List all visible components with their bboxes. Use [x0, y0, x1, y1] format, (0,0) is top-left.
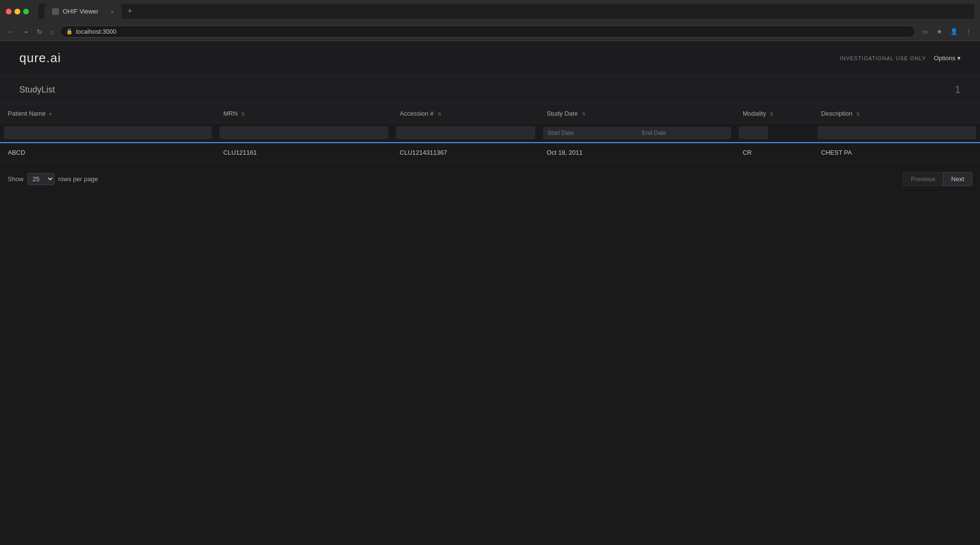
address-bar[interactable]: 🔒 localhost:3000 [60, 26, 915, 38]
cell-mrn: CLU121161 [216, 143, 392, 162]
rows-per-page-control: Show 10 25 50 100 rows per page [8, 173, 98, 185]
col-label-patient-name: Patient Name [8, 110, 46, 117]
filter-row [0, 123, 980, 143]
rows-per-page-select[interactable]: 10 25 50 100 [27, 173, 54, 185]
col-label-mrn: MRN [223, 110, 238, 117]
cell-description: CHEST PA [814, 143, 980, 162]
sort-icon-description: ⇅ [856, 111, 860, 117]
lock-icon: 🔒 [66, 28, 73, 35]
browser-chrome: OHIF Viewer × + ← → ↻ ⌂ 🔒 localhost:3000… [0, 0, 980, 41]
next-button[interactable]: Next [943, 172, 972, 186]
filter-input-modality[interactable] [739, 126, 768, 139]
app-container: qure.ai INVESTIGATIONAL USE ONLY Options… [0, 41, 980, 543]
filter-input-accession[interactable] [396, 126, 535, 139]
studylist-count: 1 [955, 83, 961, 96]
cell-study-date: Oct 18, 2011 [539, 143, 735, 162]
col-label-study-date: Study Date [547, 110, 578, 117]
study-table: Patient Name ▾ MRN ⇅ Accession # ⇅ Stu [0, 104, 980, 162]
filter-input-description[interactable] [817, 126, 976, 139]
col-header-study-date[interactable]: Study Date ⇅ [539, 104, 735, 123]
table-row[interactable]: ABCDCLU121161CLU1214311367Oct 18, 2011CR… [0, 143, 980, 162]
cell-accession: CLU1214311367 [392, 143, 539, 162]
rows-per-page-label: rows per page [58, 175, 98, 183]
cell-modality: CR [735, 143, 814, 162]
tab-title: OHIF Viewer [63, 8, 98, 15]
options-label: Options [934, 54, 955, 62]
minimize-button[interactable] [14, 9, 20, 14]
url-text: localhost:3000 [76, 28, 116, 35]
pagination-bar: Show 10 25 50 100 rows per page Previous… [0, 166, 980, 192]
table-header-row: Patient Name ▾ MRN ⇅ Accession # ⇅ Stu [0, 104, 980, 123]
titlebar: OHIF Viewer × + [0, 0, 980, 23]
bookmark-icon[interactable]: ★ [934, 26, 945, 38]
sort-icon-patient-name: ▾ [49, 111, 52, 117]
col-label-modality: Modality [743, 110, 766, 117]
filter-cell-accession [392, 123, 539, 143]
tab-close-icon[interactable]: × [111, 9, 114, 14]
options-button[interactable]: Options ▾ [934, 54, 961, 62]
back-button[interactable]: ← [6, 26, 16, 38]
home-button[interactable]: ⌂ [48, 26, 56, 38]
pagination-buttons: Previous Next [903, 172, 972, 186]
sort-icon-study-date: ⇅ [582, 111, 585, 117]
traffic-lights [6, 9, 29, 14]
filter-input-mrn[interactable] [219, 126, 388, 139]
filter-cell-description [814, 123, 980, 143]
filter-input-patient-name[interactable] [4, 126, 212, 139]
sort-icon-mrn: ⇅ [241, 111, 245, 117]
table-container: Patient Name ▾ MRN ⇅ Accession # ⇅ Stu [0, 104, 980, 162]
filter-cell-patient-name [0, 123, 216, 143]
studylist-header: StudyList 1 [0, 76, 980, 104]
col-header-accession[interactable]: Accession # ⇅ [392, 104, 539, 123]
tab-bar: OHIF Viewer × + [39, 4, 974, 19]
options-chevron: ▾ [957, 54, 961, 62]
browser-actions: ▭ ★ 👤 ⋮ [919, 26, 974, 38]
filter-cell-mrn [216, 123, 392, 143]
filter-cell-study-date [539, 123, 735, 143]
filter-input-start-date[interactable] [543, 127, 637, 139]
browser-tab[interactable]: OHIF Viewer × [44, 4, 122, 19]
col-label-description: Description [821, 110, 853, 117]
tab-favicon [52, 8, 59, 15]
forward-button[interactable]: → [20, 26, 31, 38]
screenshot-icon[interactable]: ▭ [919, 26, 931, 38]
show-label: Show [8, 175, 24, 183]
col-header-patient-name[interactable]: Patient Name ▾ [0, 104, 216, 123]
maximize-button[interactable] [23, 9, 29, 14]
profile-icon[interactable]: 👤 [948, 26, 960, 38]
col-header-description[interactable]: Description ⇅ [814, 104, 980, 123]
filter-input-end-date[interactable] [637, 127, 731, 139]
filter-cell-modality [735, 123, 814, 143]
col-label-accession: Accession # [400, 110, 434, 117]
address-bar-row: ← → ↻ ⌂ 🔒 localhost:3000 ▭ ★ 👤 ⋮ [0, 23, 980, 40]
app-logo: qure.ai [19, 51, 61, 66]
col-header-modality[interactable]: Modality ⇅ [735, 104, 814, 123]
close-button[interactable] [6, 9, 12, 14]
header-right: INVESTIGATIONAL USE ONLY Options ▾ [840, 54, 961, 62]
table-wrapper: Patient Name ▾ MRN ⇅ Accession # ⇅ Stu [0, 104, 980, 162]
col-header-mrn[interactable]: MRN ⇅ [216, 104, 392, 123]
previous-button[interactable]: Previous [903, 172, 943, 186]
sort-icon-modality: ⇅ [770, 111, 774, 117]
reload-button[interactable]: ↻ [35, 26, 44, 38]
new-tab-button[interactable]: + [123, 4, 136, 18]
app-header: qure.ai INVESTIGATIONAL USE ONLY Options… [0, 41, 980, 76]
studylist-title: StudyList [19, 85, 55, 95]
cell-patient-name: ABCD [0, 143, 216, 162]
investigational-text: INVESTIGATIONAL USE ONLY [840, 55, 926, 61]
sort-icon-accession: ⇅ [437, 111, 441, 117]
date-filter-wrapper [543, 127, 731, 139]
menu-icon[interactable]: ⋮ [963, 26, 974, 38]
table-body: ABCDCLU121161CLU1214311367Oct 18, 2011CR… [0, 143, 980, 162]
